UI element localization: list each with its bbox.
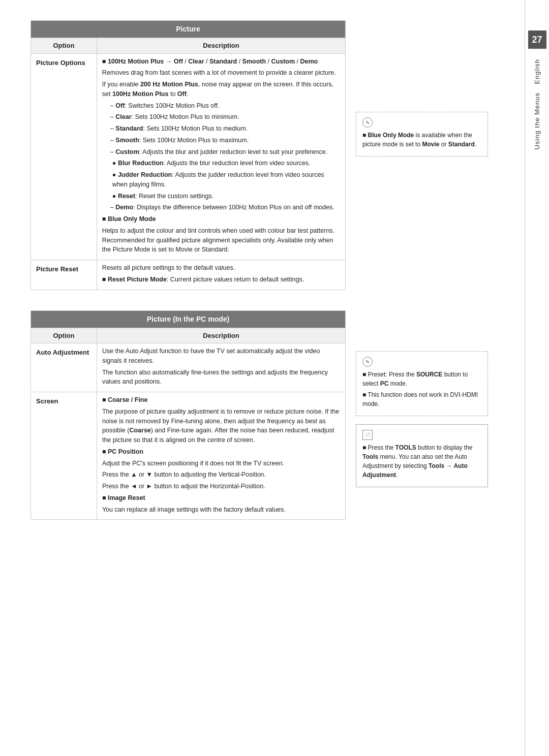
desc-line: ■ Reset Picture Mode: Current picture va… xyxy=(102,275,340,285)
table-row: Picture Options ■ 100Hz Motion Plus → Of… xyxy=(31,53,346,260)
desc-line: If you enable 200 Hz Motion Plus, noise … xyxy=(102,80,340,99)
desc-line: Adjust the PC's screen positioning if it… xyxy=(102,459,340,468)
side-label-english: English xyxy=(533,59,541,84)
bold-text: PC Position xyxy=(108,448,143,455)
picture-options-desc: ■ 100Hz Motion Plus → Off / Clear / Stan… xyxy=(97,53,345,260)
bold-text: Off xyxy=(177,90,187,98)
pencil-note-icon: ✎ xyxy=(362,117,373,128)
main-content: Picture Option Description Picture Optio… xyxy=(0,0,525,756)
bold-text: Tools → Auto Adjustment xyxy=(362,462,468,479)
pc-mode-table: Picture (In the PC mode) Option Descript… xyxy=(30,310,346,520)
bold-text: SOURCE xyxy=(416,371,442,378)
note2-line1: ■ Preset: Press the SOURCE button to sel… xyxy=(362,370,481,388)
auto-adj-desc: Use the Auto Adjust function to have the… xyxy=(97,343,345,392)
desc-line: Off: Switches 100Hz Motion Plus off. xyxy=(102,101,340,111)
desc-line: You can replace all image settings with … xyxy=(102,505,340,515)
desc-line: ● Blur Reduction: Adjusts the blur reduc… xyxy=(102,159,340,168)
bold-text: Blur Reduction xyxy=(118,160,164,167)
picture-section: Picture Option Description Picture Optio… xyxy=(30,20,494,290)
desc-line: ■ Blue Only Mode xyxy=(102,214,340,224)
table1-header: Picture xyxy=(31,21,346,38)
desc-line: Demo: Displays the difference between 10… xyxy=(102,203,340,212)
bold-text: Tools xyxy=(362,453,378,460)
bold-text: Custom xyxy=(271,58,295,65)
bold-text: 200 Hz Motion Plus xyxy=(140,81,198,88)
note2-content: ✎ ■ Preset: Press the SOURCE button to s… xyxy=(356,351,488,416)
bold-text: Blue Only Mode xyxy=(368,132,414,139)
table2-header: Picture (In the PC mode) xyxy=(31,310,346,328)
desc-line: ■ Coarse / Fine xyxy=(102,395,340,405)
desc-line: Use the Auto Adjust function to have the… xyxy=(102,346,340,366)
bold-text: 100Hz Motion Plus xyxy=(112,90,168,98)
bold-text: Off xyxy=(174,58,183,65)
desc-line: Resets all picture settings to the defau… xyxy=(102,263,340,273)
desc-line: ● Reset: Reset the custom settings. xyxy=(102,192,340,201)
table1-col2: Description xyxy=(97,38,345,54)
desc-line: Standard: Sets 100Hz Motion Plus to medi… xyxy=(102,124,340,134)
desc-line: Helps to adjust the colour and tint cont… xyxy=(102,226,340,255)
picture-options-label: Picture Options xyxy=(31,53,97,260)
table-row: Picture Reset Resets all picture setting… xyxy=(31,260,346,290)
bold-text: Reset Picture Mode xyxy=(108,276,167,283)
bold-text: Clear xyxy=(188,58,204,65)
sidebar: 27 English Using the Menus xyxy=(525,0,549,756)
desc-line: Smooth: Sets 100Hz Motion Plus to maximu… xyxy=(102,136,340,145)
bold-text: Smooth xyxy=(242,58,266,65)
table2-col-headers: Option Description xyxy=(31,328,346,343)
screen-desc: ■ Coarse / Fine The purpose of picture q… xyxy=(97,392,345,520)
desc-line: ● Judder Reduction: Adjusts the judder r… xyxy=(102,170,340,190)
table-row: Auto Adjustment Use the Auto Adjust func… xyxy=(31,343,346,392)
desc-line: Removes drag from fast scenes with a lot… xyxy=(102,68,340,78)
bold-text: Movie xyxy=(422,141,439,148)
table1-col1: Option xyxy=(31,38,97,54)
bold-text: Coarse / Fine xyxy=(108,396,148,403)
desc-line: ■ PC Position xyxy=(102,447,340,457)
bold-text: Coarse xyxy=(129,427,150,434)
bold-text: TOOLS xyxy=(395,444,416,451)
bold-text: Smooth xyxy=(115,137,139,144)
note2-box: ✎ ■ Preset: Press the SOURCE button to s… xyxy=(356,351,488,495)
note1-content: ✎ ■ Blue Only Mode is available when the… xyxy=(356,112,488,156)
table2-header-row: Picture (In the PC mode) xyxy=(31,310,346,328)
table2-col1: Option xyxy=(31,328,97,343)
picture-table: Picture Option Description Picture Optio… xyxy=(30,20,346,290)
note1-box: ✎ ■ Blue Only Mode is available when the… xyxy=(356,112,488,165)
table1-header-row: Picture xyxy=(31,21,346,38)
bold-text: Standard xyxy=(209,58,237,65)
bold-text: Clear xyxy=(115,113,131,120)
bold-text: Demo xyxy=(115,204,133,211)
bold-text: ■ Blue Only Mode xyxy=(102,215,156,223)
note1-text: ■ Blue Only Mode is available when the p… xyxy=(362,131,481,149)
desc-line: Clear: Sets 100Hz Motion Plus to minimum… xyxy=(102,112,340,122)
table2-col2: Description xyxy=(97,328,345,343)
bold-text: Custom xyxy=(115,148,139,155)
auto-adj-label: Auto Adjustment xyxy=(31,343,97,392)
desc-line: Press the ▲ or ▼ button to adjusting the… xyxy=(102,470,340,480)
bold-text: Reset xyxy=(118,193,135,200)
bold-text: PC xyxy=(380,380,389,387)
page-note-icon: 📄 xyxy=(362,430,373,440)
bold-text: Off xyxy=(115,102,125,109)
side-label-using: Using the Menus xyxy=(533,92,541,150)
desc-line: Press the ◄ or ► button to adjust the Ho… xyxy=(102,482,340,491)
bold-text: Demo xyxy=(300,58,318,65)
picture-reset-desc: Resets all picture settings to the defau… xyxy=(97,260,345,290)
table-row: Screen ■ Coarse / Fine The purpose of pi… xyxy=(31,392,346,520)
pencil-note-icon: ✎ xyxy=(362,357,373,367)
pc-mode-section: Picture (In the PC mode) Option Descript… xyxy=(30,310,494,520)
desc-line: The function also automatically fine-tun… xyxy=(102,368,340,387)
bold-text: Image Reset xyxy=(108,494,145,501)
page-number: 27 xyxy=(528,30,546,49)
page-container: Picture Option Description Picture Optio… xyxy=(0,0,549,756)
desc-line: Custom: Adjusts the blur and judder redu… xyxy=(102,147,340,157)
table1-col-headers: Option Description xyxy=(31,38,346,54)
screen-label: Screen xyxy=(31,392,97,520)
desc-line: ■ Image Reset xyxy=(102,493,340,503)
note2-line2: ■ This function does not work in DVI-HDM… xyxy=(362,390,481,408)
desc-line: The purpose of picture quality adjustmen… xyxy=(102,407,340,445)
desc-line: ■ 100Hz Motion Plus → Off / Clear / Stan… xyxy=(102,57,340,67)
bold-text: ■ 100Hz Motion Plus xyxy=(102,58,164,65)
picture-reset-label: Picture Reset xyxy=(31,260,97,290)
bold-text: Standard xyxy=(115,125,143,132)
bold-text: Judder Reduction xyxy=(118,171,172,178)
